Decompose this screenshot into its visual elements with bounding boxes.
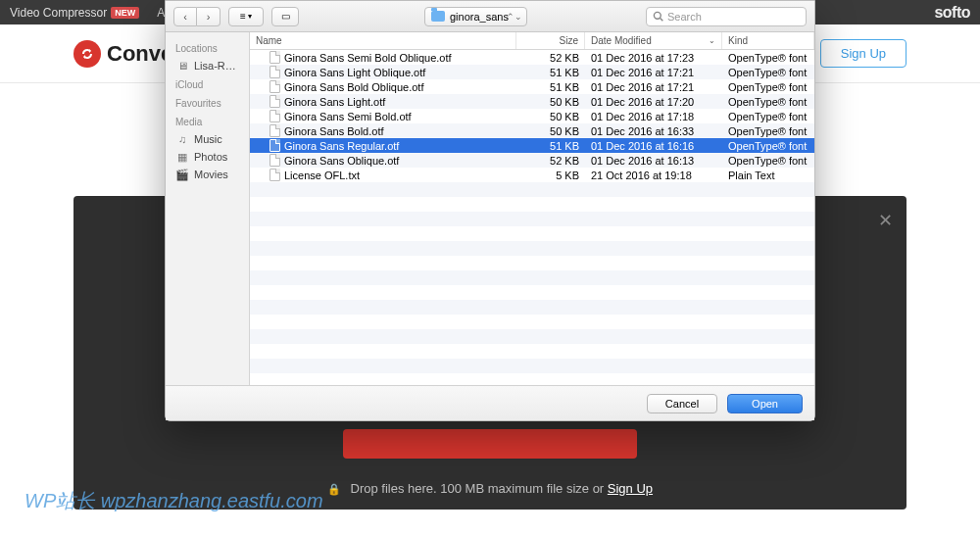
- view-mode-button[interactable]: ≡▾: [228, 7, 264, 26]
- file-kind: Plain Text: [722, 170, 814, 181]
- file-icon: [270, 154, 280, 167]
- sidebar-section-locations: Locations: [166, 40, 249, 57]
- file-row[interactable]: Ginora Sans Semi Bold.otf50 KB01 Dec 201…: [250, 109, 814, 123]
- file-icon: [270, 124, 280, 137]
- video-compressor-link[interactable]: Video Compressor NEW: [10, 6, 139, 20]
- dropzone[interactable]: [343, 429, 637, 459]
- file-date: 01 Dec 2016 at 17:20: [585, 96, 722, 108]
- file-name: Ginora Sans Semi Bold Oblique.otf: [284, 52, 452, 64]
- sidebar-section-favourites: Favourites: [166, 95, 249, 112]
- dialog-toolbar: ‹ › ≡▾ ▭ ginora_sans ⌃⌄ Search: [166, 1, 814, 32]
- sidebar-item-photos[interactable]: ▦ Photos: [166, 148, 249, 166]
- column-header-date[interactable]: Date Modified ⌄: [585, 32, 722, 49]
- chevron-left-icon: ‹: [183, 11, 187, 23]
- nav-back-button[interactable]: ‹: [173, 7, 197, 26]
- file-row[interactable]: License OFL.txt5 KB21 Oct 2016 at 19:18P…: [250, 168, 814, 182]
- group-button[interactable]: ▭: [271, 7, 299, 26]
- file-date: 01 Dec 2016 at 17:21: [585, 81, 722, 93]
- lock-icon: 🔒: [327, 483, 341, 495]
- open-button[interactable]: Open: [727, 394, 803, 413]
- dialog-footer: Cancel Open: [166, 385, 814, 420]
- file-list[interactable]: Ginora Sans Semi Bold Oblique.otf52 KB01…: [250, 50, 814, 385]
- file-kind: OpenType® font: [722, 140, 814, 152]
- file-icon: [270, 110, 280, 122]
- column-header-name[interactable]: Name: [250, 32, 516, 49]
- file-size: 51 KB: [516, 140, 585, 152]
- file-date: 21 Oct 2016 at 19:18: [585, 170, 722, 181]
- file-size: 51 KB: [516, 67, 585, 78]
- file-row[interactable]: Ginora Sans Semi Bold Oblique.otf52 KB01…: [250, 50, 814, 65]
- file-icon: [270, 80, 280, 93]
- path-dropdown[interactable]: ginora_sans ⌃⌄: [424, 7, 527, 26]
- sidebar-section-icloud: iCloud: [166, 76, 249, 93]
- file-date: 01 Dec 2016 at 17:21: [585, 67, 722, 78]
- file-name: Ginora Sans Bold.otf: [284, 125, 384, 137]
- file-row[interactable]: Ginora Sans Light.otf50 KB01 Dec 2016 at…: [250, 94, 814, 109]
- movies-icon: 🎬: [175, 169, 189, 180]
- photos-icon: ▦: [175, 151, 189, 163]
- sidebar: Locations 🖥 Lisa-R… iCloud Favourites Me…: [166, 32, 250, 385]
- nav-forward-button[interactable]: ›: [197, 7, 220, 26]
- file-size: 50 KB: [516, 111, 585, 122]
- file-dialog: ‹ › ≡▾ ▭ ginora_sans ⌃⌄ Search Locations…: [165, 0, 815, 421]
- file-size: 5 KB: [516, 170, 585, 181]
- dialog-body: Locations 🖥 Lisa-R… iCloud Favourites Me…: [166, 32, 814, 385]
- search-placeholder: Search: [667, 11, 702, 23]
- file-size: 52 KB: [516, 155, 585, 167]
- sidebar-item-music[interactable]: ♫ Music: [166, 130, 249, 148]
- file-date: 01 Dec 2016 at 16:13: [585, 155, 722, 167]
- file-size: 50 KB: [516, 96, 585, 108]
- drop-text-prefix: Drop files here. 100 MB maximum file siz…: [351, 481, 608, 496]
- file-date: 01 Dec 2016 at 16:33: [585, 125, 722, 137]
- file-date: 01 Dec 2016 at 17:23: [585, 52, 722, 64]
- file-icon: [270, 51, 280, 64]
- svg-point-0: [654, 12, 661, 19]
- file-icon: [270, 95, 280, 108]
- sidebar-item-computer[interactable]: 🖥 Lisa-R…: [166, 57, 249, 74]
- drop-sign-up-link[interactable]: Sign Up: [608, 481, 653, 496]
- search-icon: [653, 11, 663, 22]
- file-row[interactable]: Ginora Sans Light Oblique.otf51 KB01 Dec…: [250, 65, 814, 79]
- list-icon: ≡: [240, 11, 246, 22]
- column-header-kind[interactable]: Kind: [722, 32, 814, 49]
- file-name: Ginora Sans Light Oblique.otf: [284, 67, 425, 78]
- logo-icon: [74, 40, 101, 68]
- sidebar-section-media: Media: [166, 114, 249, 130]
- path-label: ginora_sans: [450, 11, 509, 23]
- file-kind: OpenType® font: [722, 155, 814, 167]
- file-kind: OpenType® font: [722, 67, 814, 78]
- column-header-size[interactable]: Size: [516, 32, 585, 49]
- file-size: 50 KB: [516, 125, 585, 137]
- nav-buttons: ‹ ›: [173, 7, 220, 26]
- sidebar-item-label: Movies: [194, 169, 228, 180]
- computer-icon: 🖥: [175, 60, 189, 72]
- sort-indicator-icon: ⌄: [709, 36, 715, 45]
- file-name: License OFL.txt: [284, 170, 360, 181]
- chevron-updown-icon: ⌃⌄: [507, 12, 522, 22]
- cancel-button[interactable]: Cancel: [647, 394, 717, 413]
- file-icon: [270, 169, 280, 181]
- file-row[interactable]: Ginora Sans Bold Oblique.otf51 KB01 Dec …: [250, 79, 814, 94]
- sidebar-item-label: Lisa-R…: [194, 60, 236, 72]
- music-icon: ♫: [175, 133, 189, 145]
- file-name: Ginora Sans Light.otf: [284, 96, 385, 108]
- file-kind: OpenType® font: [722, 96, 814, 108]
- brand-logo: softo: [934, 4, 970, 22]
- file-icon: [270, 139, 280, 152]
- file-name: Ginora Sans Semi Bold.otf: [284, 111, 412, 122]
- file-size: 52 KB: [516, 52, 585, 64]
- sidebar-item-movies[interactable]: 🎬 Movies: [166, 166, 249, 183]
- file-name: Ginora Sans Bold Oblique.otf: [284, 81, 423, 93]
- file-kind: OpenType® font: [722, 81, 814, 93]
- file-name: Ginora Sans Oblique.otf: [284, 155, 399, 167]
- file-row[interactable]: Ginora Sans Bold.otf50 KB01 Dec 2016 at …: [250, 123, 814, 138]
- file-row[interactable]: Ginora Sans Oblique.otf52 KB01 Dec 2016 …: [250, 153, 814, 168]
- close-icon[interactable]: ✕: [878, 210, 893, 231]
- folder-icon: [431, 11, 445, 22]
- chevron-down-icon: ▾: [248, 12, 252, 21]
- search-input[interactable]: Search: [646, 7, 807, 26]
- file-kind: OpenType® font: [722, 111, 814, 122]
- file-row[interactable]: Ginora Sans Regular.otf51 KB01 Dec 2016 …: [250, 138, 814, 153]
- sign-up-button[interactable]: Sign Up: [820, 39, 906, 68]
- file-kind: OpenType® font: [722, 125, 814, 137]
